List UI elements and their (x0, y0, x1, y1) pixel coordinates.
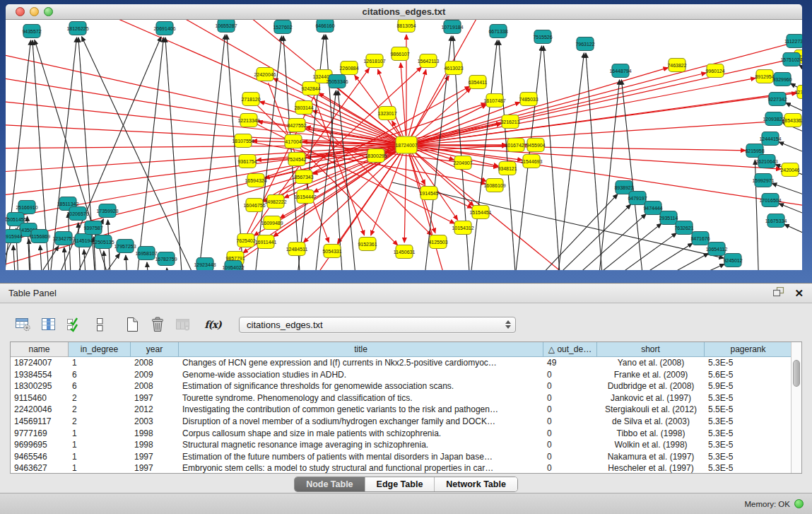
table-cell[interactable]: Disruption of a novel member of a sodium… (179, 416, 543, 428)
table-cell[interactable]: Nakamura et al. (1997) (597, 451, 705, 463)
show-columns-icon[interactable] (38, 316, 59, 333)
graph-node[interactable]: 9242844 (301, 82, 320, 95)
table-row[interactable]: 911546021997Tourette syndrome. Phenomeno… (11, 392, 801, 404)
graph-node[interactable]: 16210643 (755, 155, 777, 168)
table-row[interactable]: 977716911998Corpus callosum shape and si… (11, 428, 801, 440)
graph-node[interactable]: 9152361 (358, 238, 377, 251)
table-cell[interactable]: 22420046 (11, 404, 69, 416)
table-cell[interactable]: 18724007 (11, 357, 69, 369)
column-header-title[interactable]: title (179, 342, 543, 357)
tab-edge-table[interactable]: Edge Table (365, 477, 435, 491)
graph-node[interactable]: 2803144 (294, 101, 313, 115)
table-source-dropdown[interactable]: citations_edges.txt (239, 317, 516, 333)
graph-node[interactable]: 10954022 (222, 261, 244, 271)
column-header-in-degree[interactable]: in_degree (69, 342, 131, 357)
graph-node[interactable]: 16086109 (483, 179, 505, 192)
graph-node[interactable]: 6466160 (315, 20, 334, 33)
graph-node[interactable]: 11122734 (784, 35, 802, 48)
graph-node[interactable]: 7463822 (667, 59, 686, 72)
graph-node[interactable]: 6354411 (469, 76, 488, 89)
float-panel-icon[interactable] (773, 287, 784, 300)
graph-node[interactable]: 18300295 (365, 149, 387, 163)
graph-node[interactable]: 1914545 (419, 187, 438, 200)
graph-node[interactable]: 6479197 (628, 192, 647, 205)
graph-node[interactable]: 25166910 (16, 201, 37, 214)
table-cell[interactable]: 0 (543, 380, 597, 392)
table-cell[interactable]: 2 (69, 416, 131, 428)
graph-node[interactable]: 17016504 (759, 194, 781, 207)
function-builder-icon[interactable]: f(x) (202, 316, 223, 333)
graph-node[interactable]: 11450631 (394, 245, 416, 259)
table-cell[interactable]: Changes of HCN gene expression and I(f) … (179, 357, 543, 369)
graph-node[interactable]: 15642113 (418, 54, 440, 68)
graph-node[interactable]: 12342757 (52, 232, 74, 245)
row-height-icon[interactable] (89, 316, 110, 333)
table-cell[interactable]: de Silva et al. (2003) (597, 416, 705, 428)
graph-node[interactable]: 18543362 (782, 114, 802, 127)
table-cell[interactable]: 1997 (131, 462, 179, 474)
table-cell[interactable]: Embryonic stem cells: a model to study s… (179, 462, 543, 474)
graph-node[interactable]: 15751024 (780, 53, 802, 66)
graph-node[interactable]: 15154451 (469, 206, 491, 219)
column-header-out-degree-sorted[interactable]: △ out_de… (543, 342, 597, 357)
table-cell[interactable]: 1997 (131, 392, 179, 404)
table-cell[interactable]: 19384554 (11, 369, 69, 381)
column-header-short[interactable]: short (597, 342, 705, 357)
table-cell[interactable]: 5.3E-5 (705, 416, 792, 428)
graph-node[interactable]: 18126225 (66, 22, 88, 35)
table-cell[interactable]: 9699695 (11, 439, 69, 451)
scrollbar-thumb[interactable] (793, 360, 800, 387)
graph-node[interactable]: 20206576 (66, 207, 88, 221)
graph-node[interactable]: 9245012 (723, 254, 742, 267)
graph-node[interactable]: 16154447 (294, 190, 316, 204)
table-cell[interactable]: Genome-wide association studies in ADHD. (179, 369, 543, 381)
graph-node[interactable]: 7625402 (236, 234, 255, 247)
graph-node[interactable]: 9474444 (643, 201, 662, 215)
graph-node[interactable]: 9455904 (526, 139, 545, 152)
table-cell[interactable]: 49 (543, 357, 597, 369)
table-cell[interactable]: Dudbridge et al. (2008) (597, 380, 705, 392)
table-cell[interactable]: 5.9E-5 (705, 380, 792, 392)
graph-node[interactable]: 5054331 (322, 245, 341, 258)
tab-node-table[interactable]: Node Table (295, 477, 365, 491)
graph-node[interactable]: 16099489 (261, 216, 283, 230)
table-cell[interactable]: 1 (69, 428, 131, 440)
table-cell[interactable]: 2008 (131, 380, 179, 392)
graph-node[interactable]: 17957253 (114, 240, 136, 253)
graph-node[interactable]: 16958107 (135, 247, 157, 260)
graph-node[interactable]: 9397587 (83, 221, 102, 235)
graph-node[interactable]: 22420046 (254, 68, 276, 81)
graph-node[interactable]: 12923448 (194, 258, 216, 271)
delete-column-icon[interactable] (147, 316, 168, 333)
table-cell[interactable]: 5.5E-5 (705, 404, 792, 416)
table-cell[interactable]: 1998 (131, 439, 179, 451)
graph-node[interactable]: 16046756 (243, 199, 265, 212)
graph-node[interactable]: 17359928 (96, 204, 118, 218)
graph-node[interactable]: 20691406 (153, 22, 175, 35)
table-cell[interactable]: 5.3E-5 (705, 428, 792, 440)
table-cell[interactable]: 2003 (131, 416, 179, 428)
table-cell[interactable]: 5.3E-5 (705, 462, 792, 474)
column-header-year[interactable]: year (131, 342, 179, 357)
table-cell[interactable]: 2 (69, 404, 131, 416)
table-cell[interactable]: 5.3E-5 (705, 439, 792, 451)
graph-node[interactable]: 8567343 (294, 170, 313, 184)
table-row[interactable]: 2242004622012Investigating the contribut… (11, 404, 801, 416)
column-header-pagerank[interactable]: pagerank (705, 342, 792, 357)
graph-node[interactable]: 9227342 (767, 93, 787, 106)
graph-node[interactable]: 2204907 (453, 156, 472, 170)
graph-node[interactable]: 12505135 (92, 235, 114, 249)
graph-node[interactable]: 12213343 (237, 114, 259, 127)
change-table-mode-icon[interactable] (13, 316, 34, 333)
graph-node[interactable]: 10654112 (706, 243, 728, 256)
table-row[interactable]: 1456911722003Disruption of a novel membe… (11, 416, 801, 428)
graph-node[interactable]: 12618107 (363, 54, 385, 68)
graph-node[interactable]: 10154312 (452, 221, 473, 235)
graph-node[interactable]: 2718120 (241, 93, 260, 106)
graph-node[interactable]: 4613023 (444, 62, 463, 75)
table-row[interactable]: 1938455462009Genome-wide association stu… (11, 369, 801, 381)
tab-network-table[interactable]: Network Table (435, 477, 517, 491)
graph-node[interactable]: 1323017 (377, 107, 396, 120)
graph-node[interactable]: 15992971 (752, 174, 774, 187)
graph-node[interactable]: 14982222 (264, 195, 286, 209)
